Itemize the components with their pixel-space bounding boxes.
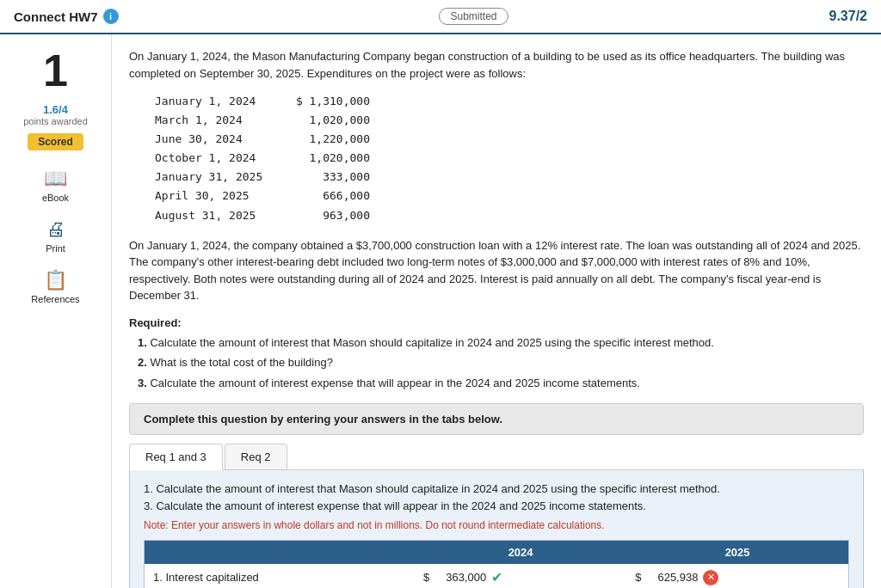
- header-left: Connect HW7 i: [14, 9, 119, 24]
- expenditure-row: August 31, 2025963,000: [155, 206, 864, 225]
- exp-date: April 30, 2025: [155, 187, 267, 205]
- col-header-label: [145, 541, 415, 565]
- required-item: 1. Calculate the amount of interest that…: [138, 334, 864, 352]
- answer-table-head: 2024 2025: [145, 541, 849, 565]
- score-display: 9.37/2: [829, 9, 867, 24]
- app-title: Connect HW7: [14, 9, 98, 24]
- exp-date: October 1, 2024: [155, 149, 267, 168]
- references-label: References: [31, 294, 79, 304]
- req-number: 2.: [138, 356, 147, 369]
- references-icon: 📋: [44, 269, 67, 291]
- print-icon: 🖨: [46, 218, 65, 241]
- content-area: On January 1, 2024, the Mason Manufactur…: [112, 34, 881, 588]
- correct-icon: ✔: [491, 569, 502, 585]
- exp-date: March 1, 2024: [155, 111, 267, 130]
- note-text: Note: Enter your answers in whole dollar…: [144, 519, 849, 531]
- question-number: 1: [43, 48, 68, 93]
- answer-value-2025: 625,938: [646, 571, 698, 584]
- print-tool[interactable]: 🖨 Print: [46, 218, 65, 254]
- tab-req1and3[interactable]: Req 1 and 3: [129, 444, 223, 470]
- exp-amount: 963,000: [284, 206, 370, 225]
- expenditure-row: March 1, 20241,020,000: [155, 111, 864, 130]
- answer-instructions: 1. Calculate the amount of interest that…: [144, 481, 849, 514]
- cell-2025: $ 625,938 ✕: [626, 564, 848, 588]
- expenditure-row: June 30, 20241,220,000: [155, 130, 864, 149]
- sidebar: 1 1.6/4 points awarded Scored 📖 eBook 🖨 …: [0, 34, 112, 588]
- loan-text: On January 1, 2024, the company obtained…: [129, 237, 864, 304]
- cell-2024: $ 363,000 ✔: [415, 564, 626, 588]
- exp-amount: 1,220,000: [284, 130, 370, 149]
- answer-value-2024: 363,000: [434, 571, 486, 584]
- tabs-row: Req 1 and 3Req 2: [129, 444, 864, 470]
- exp-date: August 31, 2025: [155, 206, 267, 225]
- req-number: 3.: [138, 377, 147, 389]
- incorrect-icon: ✕: [703, 570, 718, 585]
- required-item: 3. Calculate the amount of interest expe…: [138, 375, 864, 392]
- col-header-2024: 2024: [415, 541, 626, 565]
- row-label: 1. Interest capitalized: [145, 564, 415, 588]
- required-label: Required:: [129, 316, 864, 329]
- answer-table: 2024 2025 1. Interest capitalized $ 363,…: [144, 540, 849, 588]
- req-number: 1.: [138, 336, 147, 349]
- header: Connect HW7 i Submitted 9.37/2: [0, 0, 881, 34]
- exp-date: January 31, 2025: [155, 168, 267, 187]
- exp-amount: 666,000: [284, 187, 370, 205]
- status-badge: Submitted: [439, 8, 508, 25]
- print-label: Print: [46, 243, 65, 254]
- expenditure-row: January 1, 2024$ 1,310,000: [155, 92, 864, 111]
- exp-date: June 30, 2024: [155, 130, 267, 149]
- col-header-2025: 2025: [626, 541, 848, 565]
- expenditure-table: January 1, 2024$ 1,310,000March 1, 20241…: [155, 92, 864, 225]
- main-layout: 1 1.6/4 points awarded Scored 📖 eBook 🖨 …: [0, 34, 881, 588]
- exp-amount: 1,020,000: [284, 111, 370, 130]
- answer-table-body: 1. Interest capitalized $ 363,000 ✔ $ 62…: [145, 564, 849, 588]
- points-info: 1.6/4 points awarded: [23, 103, 88, 126]
- exp-amount: 333,000: [284, 168, 370, 187]
- references-tool[interactable]: 📋 References: [31, 269, 79, 304]
- instruction-line: 1. Calculate the amount of interest that…: [144, 481, 849, 498]
- required-item: 2. What is the total cost of the buildin…: [138, 354, 864, 371]
- required-section: Required: 1. Calculate the amount of int…: [129, 316, 864, 392]
- problem-intro: On January 1, 2024, the Mason Manufactur…: [129, 48, 864, 82]
- ebook-tool[interactable]: 📖 eBook: [42, 168, 69, 203]
- answer-area: 1. Calculate the amount of interest that…: [129, 470, 864, 588]
- instruction-line: 3. Calculate the amount of interest expe…: [144, 498, 849, 515]
- expenditure-row: October 1, 20241,020,000: [155, 149, 864, 168]
- exp-amount: 1,020,000: [284, 149, 370, 168]
- exp-amount: $ 1,310,000: [284, 92, 370, 111]
- exp-date: January 1, 2024: [155, 92, 267, 111]
- points-value: 1.6/4: [23, 103, 88, 116]
- dollar-sign-2025: $: [635, 571, 644, 584]
- complete-box: Complete this question by entering your …: [129, 403, 864, 435]
- dollar-sign-2024: $: [423, 571, 433, 584]
- required-list: 1. Calculate the amount of interest that…: [129, 334, 864, 392]
- expenditure-row: January 31, 2025333,000: [155, 168, 864, 187]
- points-label: points awarded: [23, 116, 88, 126]
- tab-req2[interactable]: Req 2: [225, 444, 287, 469]
- ebook-label: eBook: [42, 193, 69, 203]
- expenditure-row: April 30, 2025666,000: [155, 187, 864, 205]
- scored-badge: Scored: [28, 133, 83, 150]
- ebook-icon: 📖: [44, 168, 67, 190]
- answer-row: 1. Interest capitalized $ 363,000 ✔ $ 62…: [145, 564, 849, 588]
- info-icon[interactable]: i: [103, 9, 119, 24]
